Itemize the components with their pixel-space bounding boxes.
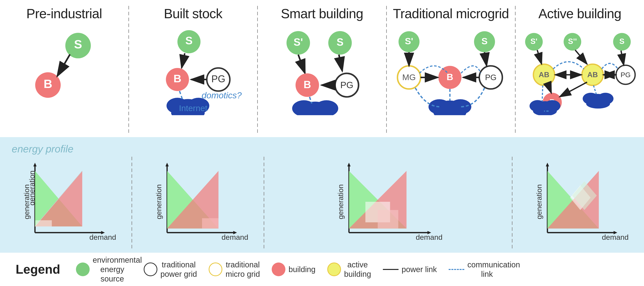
svg-text:S: S [481,36,488,46]
chart-built-stock: generation demand [140,161,256,243]
legend-item-trad-grid: traditionalpower grid [144,260,197,279]
legend-icon-active-building [327,262,341,276]
svg-text:S': S' [530,37,538,46]
column-built-stock: Built stock S [129,6,258,133]
svg-text:generation: generation [337,184,345,219]
svg-line-50 [484,52,486,66]
svg-text:B: B [446,72,453,82]
svg-line-80 [548,85,552,93]
legend-icon-trad-grid [144,262,158,276]
svg-marker-125 [546,163,549,166]
chart-smart-building: generation demand [272,161,504,243]
svg-text:PG: PG [340,80,354,90]
svg-text:demand: demand [222,233,248,241]
svg-text:demand: demand [90,233,116,241]
svg-rect-122 [378,210,398,229]
legend-title: Legend [16,262,60,276]
legend-label-comm-link: communicationlink [468,260,506,279]
svg-text:Internet: Internet [179,103,207,113]
legend-item-env-source: environmentalenergy source [76,255,132,283]
chart-svg-active-building: generation demand [520,161,636,243]
diagram-built-stock: S B PG [129,27,258,115]
chart-svg-smart-building: generation demand [272,161,504,243]
svg-text:generation: generation [22,184,31,219]
svg-line-77 [621,51,624,65]
title-built-stock: Built stock [164,6,222,21]
legend-label-trad-microgrid: traditionalmicro grid [226,260,260,279]
legend-label-power-link: power link [402,265,437,274]
svg-point-89 [586,99,610,109]
svg-text:S': S' [294,36,303,48]
legend-item-comm-link: communicationlink [449,260,506,279]
diagram-svg-smart-building: S' S B PG [258,27,386,115]
svg-text:PG: PG [621,71,631,79]
svg-text:S'': S'' [568,37,577,46]
title-pre-industrial: Pre-industrial [26,6,102,21]
svg-text:S: S [337,36,344,48]
legend-label-active-building: activebuilding [344,260,371,279]
chart-pre-industrial: generation generation demand [8,161,124,243]
diagram-svg-active-building: S' S'' S AB AB PG [516,27,644,115]
svg-marker-115 [348,163,351,166]
svg-text:AB: AB [539,71,549,79]
diagram-smart-building: S' S B PG [258,27,386,115]
chart-svg-built-stock: generation demand [140,161,256,243]
diagram-svg-traditional-microgrid: S' S MG B PG [387,27,515,115]
diagrams-row: Pre-industrial S B [0,0,644,137]
svg-rect-112 [202,218,218,229]
title-traditional-microgrid: Traditional microgrid [393,6,509,21]
svg-text:generation: generation [155,184,163,219]
legend-label-env-source: environmentalenergy source [93,255,132,283]
energy-col-smart-building: generation demand [264,157,512,251]
svg-text:S: S [74,38,82,51]
diagram-traditional-microgrid: S' S MG B PG [387,27,515,115]
svg-line-76 [575,50,587,64]
energy-col-pre-industrial: generation generation demand [0,157,132,251]
diagram-svg-pre-industrial: S B [0,27,128,115]
link-S-B-preindustrial [57,55,70,76]
energy-row: generation generation demand [0,157,644,251]
energy-col-active-building: generation demand [512,157,644,251]
svg-text:domotics?: domotics? [202,90,242,100]
svg-text:S': S' [405,36,413,46]
title-smart-building: Smart building [281,6,363,21]
energy-col-built-stock: generation demand [132,157,264,251]
legend-item-active-building: activebuilding [327,260,371,279]
legend-icon-env-source [76,262,90,276]
svg-line-91 [594,85,596,94]
svg-text:MG: MG [402,73,416,82]
column-smart-building: Smart building S' S [258,6,386,133]
legend-item-power-link: power link [383,265,437,274]
svg-text:B: B [304,79,311,90]
svg-text:demand: demand [416,233,442,241]
svg-line-7 [182,53,184,68]
svg-text:PG: PG [211,74,225,84]
svg-line-81 [560,82,587,97]
diagram-active-building: S' S'' S AB AB PG [516,27,644,115]
svg-text:B: B [174,73,181,85]
svg-text:B: B [44,77,52,91]
svg-line-26 [339,55,342,71]
chart-active-building: generation demand [520,161,636,243]
svg-marker-106 [166,163,169,166]
svg-line-90 [542,85,543,101]
svg-text:S: S [185,35,192,47]
diagram-pre-industrial: S B [0,27,128,115]
legend-section: Legend environmentalenergy source tradit… [0,253,644,286]
legend-label-trad-grid: traditionalpower grid [160,260,197,279]
legend-label-building: building [288,265,316,274]
energy-profile-label: energy profile [0,143,644,157]
svg-line-75 [537,50,542,64]
svg-line-25 [298,55,305,74]
main-container: Pre-industrial S B [0,0,644,286]
chart-svg-pre-industrial: generation generation demand [8,161,124,243]
svg-text:S: S [619,37,624,46]
svg-rect-103 [36,220,52,227]
diagram-svg-built-stock: S B PG [129,27,258,115]
svg-text:AB: AB [588,71,598,79]
title-active-building: Active building [538,6,621,21]
svg-text:PG: PG [485,73,496,82]
legend-icon-trad-microgrid [209,262,222,276]
column-traditional-microgrid: Traditional microgrid S' [387,6,515,133]
svg-text:generation: generation [535,184,543,219]
